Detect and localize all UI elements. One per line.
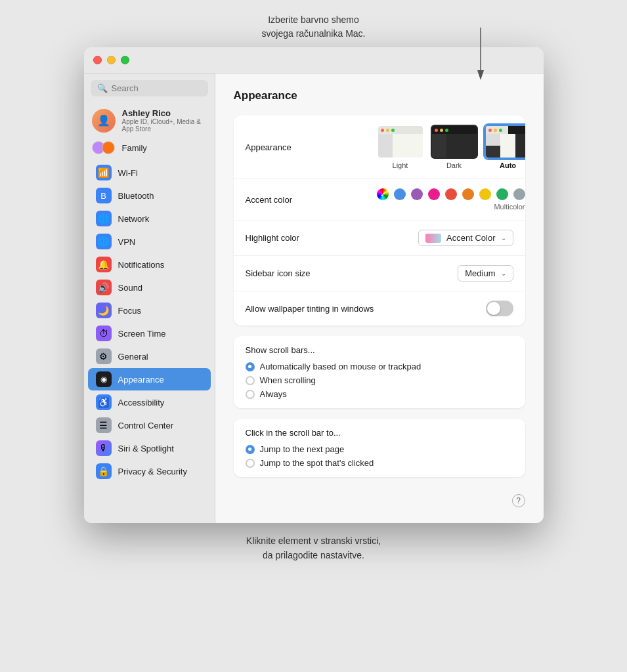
wallpaper-tinting-control (377, 301, 513, 316)
sidebar-icon-size-label: Sidebar icon size (246, 268, 377, 278)
accent-orange[interactable] (462, 188, 474, 200)
sidebar-section-connectivity: 📶 Wi-Fi B Bluetooth 🌐 Network 🌐 VPN (84, 161, 215, 482)
scroll-scrolling-radio (246, 376, 255, 385)
scroll-always-option[interactable]: Always (246, 389, 513, 399)
toggle-knob (487, 302, 500, 315)
focus-icon: 🌙 (96, 303, 112, 318)
sidebar-item-label: Siri & Spotlight (118, 444, 174, 453)
click-next-radio (246, 445, 255, 454)
sidebar-item-siri[interactable]: 🎙 Siri & Spotlight (88, 437, 211, 459)
user-name: Ashley Rico (122, 108, 207, 118)
highlight-color-dropdown[interactable]: Accent Color ⌄ (418, 230, 513, 246)
thumb-dot-red (488, 129, 492, 132)
sidebar-item-appearance[interactable]: ◉ Appearance (88, 368, 211, 390)
thumb-dot-red (435, 129, 438, 132)
accent-multicolor[interactable] (377, 188, 389, 200)
sidebar-item-accessibility[interactable]: ♿ Accessibility (88, 391, 211, 413)
accent-yellow[interactable] (479, 188, 491, 200)
bluetooth-icon: B (96, 188, 112, 203)
highlight-color-control: Accent Color ⌄ (377, 230, 513, 246)
vpn-icon: 🌐 (96, 234, 112, 249)
accent-blue[interactable] (394, 188, 406, 200)
pane-title: Appearance (234, 89, 525, 102)
help-button[interactable]: ? (512, 494, 525, 507)
wifi-icon: 📶 (96, 165, 112, 180)
system-preferences-window: 🔍 👤 Ashley Rico Apple ID, iCloud+, Media… (84, 47, 544, 523)
wallpaper-tinting-toggle[interactable] (486, 301, 513, 316)
accent-sublabel: Multicolor (494, 203, 525, 211)
sidebar-item-label: Wi-Fi (118, 168, 138, 178)
sidebar-item-network[interactable]: 🌐 Network (88, 207, 211, 230)
sidebar-icon-size-dropdown[interactable]: Medium ⌄ (458, 265, 513, 282)
sidebar-item-wifi[interactable]: 📶 Wi-Fi (88, 161, 211, 184)
appearance-dark-option[interactable]: Dark (431, 125, 478, 169)
accent-gray[interactable] (513, 188, 525, 200)
light-titlebar (378, 126, 423, 134)
accessibility-icon: ♿ (96, 394, 112, 410)
accent-red[interactable] (445, 188, 457, 200)
wallpaper-tinting-row: Allow wallpaper tinting in windows (234, 291, 525, 326)
scrollbars-title: Show scroll bars... (246, 345, 513, 355)
scroll-scrolling-label: When scrolling (260, 375, 316, 385)
thumb-sidebar (378, 134, 393, 158)
close-button[interactable] (93, 56, 102, 64)
appearance-light-option[interactable]: Light (377, 125, 424, 169)
thumb-main-dark (446, 134, 477, 158)
click-scroll-title: Click in the scroll bar to... (246, 428, 513, 438)
scroll-always-label: Always (260, 389, 287, 399)
callout-arrow-top (480, 28, 481, 80)
thumb-dot-yellow (386, 129, 389, 132)
sidebar-item-sound[interactable]: 🔊 Sound (88, 276, 211, 299)
appearance-auto-option[interactable]: Auto (485, 125, 525, 169)
sidebar-item-label: Bluetooth (118, 191, 154, 201)
titlebar (84, 47, 544, 74)
search-box[interactable]: 🔍 (91, 80, 208, 96)
sidebar-item-family[interactable]: Family (84, 138, 215, 158)
sidebar-item-general[interactable]: ⚙ General (88, 345, 211, 368)
sidebar-item-label: Sound (118, 283, 143, 293)
click-next-option[interactable]: Jump to the next page (246, 444, 513, 454)
scroll-scrolling-option[interactable]: When scrolling (246, 375, 513, 385)
minimize-button[interactable] (107, 56, 116, 64)
light-body (378, 134, 423, 158)
sidebar-item-notifications[interactable]: 🔔 Notifications (88, 253, 211, 276)
accent-pink[interactable] (428, 188, 440, 200)
sidebar-item-screentime[interactable]: ⏱ Screen Time (88, 322, 211, 345)
light-thumb (377, 125, 424, 159)
click-next-label: Jump to the next page (260, 444, 345, 454)
thumb-main-auto (500, 134, 525, 158)
light-label: Light (393, 161, 408, 169)
sidebar-icon-size-control: Medium ⌄ (377, 265, 513, 282)
appearance-options: Light (377, 125, 525, 169)
highlight-color-row: Highlight color Accent Color ⌄ (234, 220, 525, 256)
search-icon: 🔍 (97, 83, 108, 93)
thumb-dot-green (391, 129, 395, 132)
dark-label: Dark (446, 161, 462, 169)
scroll-auto-option[interactable]: Automatically based on mouse or trackpad (246, 362, 513, 371)
sidebar-item-controlcenter[interactable]: ☰ Control Center (88, 414, 211, 436)
accent-color-row: Accent color (234, 179, 525, 220)
controlcenter-icon: ☰ (96, 417, 112, 433)
accent-green[interactable] (496, 188, 508, 200)
maximize-button[interactable] (121, 56, 129, 64)
general-icon: ⚙ (96, 348, 112, 364)
family-avatars (92, 141, 112, 154)
sidebar-item-focus[interactable]: 🌙 Focus (88, 299, 211, 322)
sidebar-item-vpn[interactable]: 🌐 VPN (88, 230, 211, 253)
click-spot-option[interactable]: Jump to the spot that's clicked (246, 458, 513, 468)
scrollbars-options: Automatically based on mouse or trackpad… (246, 362, 513, 399)
sidebar-item-bluetooth[interactable]: B Bluetooth (88, 184, 211, 207)
sidebar-user-item[interactable]: 👤 Ashley Rico Apple ID, iCloud+, Media &… (84, 103, 215, 138)
accent-purple[interactable] (411, 188, 423, 200)
accent-color-label: Accent color (246, 195, 377, 205)
auto-titlebar (486, 126, 525, 134)
accent-row (377, 188, 525, 200)
notifications-icon: 🔔 (96, 257, 112, 272)
sidebar-item-label: General (118, 352, 148, 362)
family-avatar-2 (102, 141, 115, 154)
search-input[interactable] (112, 83, 202, 93)
scroll-auto-label: Automatically based on mouse or trackpad (260, 362, 422, 371)
chevron-down-icon: ⌄ (501, 270, 506, 277)
callout-bottom: Kliknite element v stranski vrstici, da … (246, 534, 381, 563)
sidebar-item-privacy[interactable]: 🔒 Privacy & Security (88, 460, 211, 482)
